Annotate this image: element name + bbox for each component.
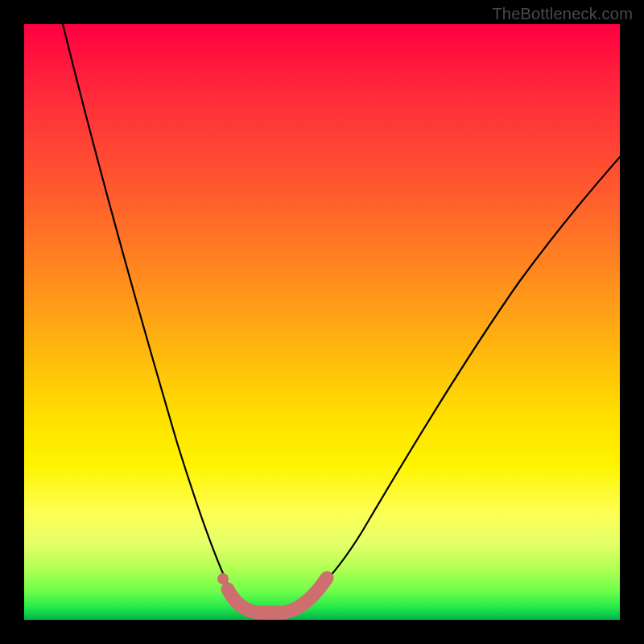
bottleneck-curve-svg: [24, 24, 620, 620]
bottleneck-curve: [63, 24, 620, 612]
plot-area: [24, 24, 620, 620]
chart-frame: TheBottleneck.com: [0, 0, 644, 644]
watermark-text: TheBottleneck.com: [492, 5, 633, 23]
highlight-band: [228, 578, 327, 613]
